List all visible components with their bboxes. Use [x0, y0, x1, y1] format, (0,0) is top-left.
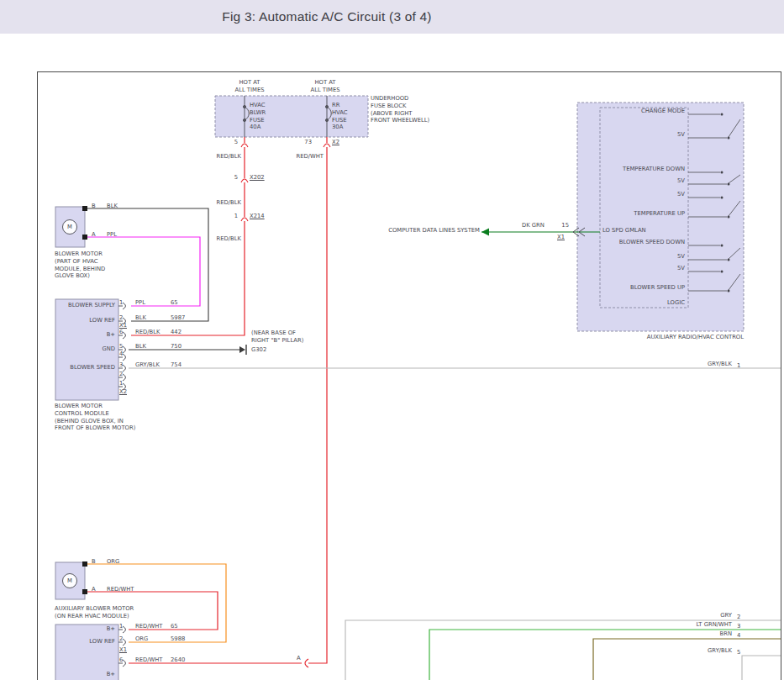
ground-id-g302: G302: [251, 346, 266, 354]
ckt-5987: 5987: [171, 314, 185, 322]
edge-pin-3: 3: [737, 623, 740, 630]
wire-gryblk: GRY/BLK: [135, 361, 160, 369]
edge-pin-4: 4: [737, 632, 740, 640]
radio-5v-5: 5V: [542, 265, 685, 272]
aux-radio-control-caption: AUXILIARY RADIO/HVAC CONTROL: [576, 334, 744, 341]
hot-at-all-times-left: HOT AT ALL TIMES: [229, 79, 270, 94]
bmcm-pin-1b: 1: [119, 380, 123, 387]
redblk-label-3: RED/BLK: [203, 235, 241, 243]
motor-m-letter: M: [65, 224, 75, 231]
bmcm-pin-5: 5: [119, 343, 123, 351]
ckt-442: 442: [171, 329, 182, 336]
rear-bplus-2: B+: [58, 671, 115, 678]
radio-blower-speed-down: BLOWER SPEED DOWN: [542, 239, 685, 246]
hot-at-all-times-right: HOT AT ALL TIMES: [305, 79, 345, 94]
motor-terminal-b-label: B: [92, 203, 96, 210]
fuse-dot: [325, 119, 328, 121]
bmcm-pin-4: 4: [119, 351, 123, 358]
data-wire-arrowhead: [481, 229, 489, 236]
gryblk-rear-wire: [742, 656, 781, 680]
figure-title: Fig 3: Automatic A/C Circuit (3 of 4): [222, 9, 431, 24]
ckt-65: 65: [171, 299, 178, 307]
wiring-svg: [38, 72, 781, 680]
radio-5v-4: 5V: [542, 253, 685, 261]
bmcm-pin-sockets: [123, 303, 126, 390]
bmcm-caption: BLOWER MOTOR CONTROL MODULE (BEHIND GLOV…: [55, 403, 135, 432]
aux-blower-motor-caption: AUXILIARY BLOWER MOTOR (ON REAR HVAC MOD…: [55, 605, 134, 620]
wiring-diagram: HOT AT ALL TIMES HOT AT ALL TIMES HVAC B…: [37, 71, 781, 680]
bmcm-blower-supply: BLOWER SUPPLY: [58, 302, 115, 309]
wire-ppl: PPL: [135, 299, 145, 307]
bmcm-pin-1: 1: [119, 299, 123, 307]
edge-pin-2: 2: [737, 614, 740, 621]
hvac-blwr-fuse-label: HVAC BLWR FUSE 40A: [250, 102, 266, 131]
bmcm-connector-x2: X2: [119, 388, 127, 396]
rear-wire-redwht-2640: RED/WHT: [135, 656, 163, 664]
rear-ckt-2640: 2640: [171, 656, 185, 664]
motor-wire-blk-label: BLK: [107, 203, 118, 210]
radio-blower-speed-up: BLOWER SPEED UP: [542, 284, 685, 292]
aux-wire-redwht-label: RED/WHT: [107, 586, 134, 593]
rear-ckt-65: 65: [171, 623, 178, 630]
wire-dkgrn-label: DK GRN: [522, 222, 545, 229]
x202-pin-5: 5: [228, 174, 238, 182]
aux-terminal-a-label: A: [92, 586, 96, 593]
edge-wire-gryblk-1: GRY/BLK: [685, 361, 732, 368]
terminal-a: [82, 235, 87, 240]
blower-motor-caption: BLOWER MOTOR (PART OF HVAC MODULE, BEHIN…: [55, 250, 105, 280]
motor-terminal-a-label: A: [92, 231, 96, 239]
aux-wire-org-label: ORG: [107, 558, 119, 566]
figure-title-bar: Fig 3: Automatic A/C Circuit (3 of 4): [0, 0, 784, 34]
rear-connector-x1: X1: [119, 646, 127, 654]
rear-ckt-5988: 5988: [171, 635, 185, 643]
radio-5v-3: 5V: [542, 191, 685, 198]
edge-wire-ltgrnwht: LT GRN/WHT: [673, 621, 732, 629]
bmcm-blower-speed: BLOWER SPEED: [58, 364, 115, 372]
page: { "title": "Fig 3: Automatic A/C Circuit…: [0, 0, 784, 680]
radio-5v-1: 5V: [542, 131, 685, 139]
ckt-750: 750: [171, 343, 182, 351]
radio-lo-spd-gmlan: LO SPD GMLAN: [602, 227, 646, 235]
redwht-label: RED/WHT: [285, 153, 324, 161]
radio-change-mode: CHANGE MODE: [542, 108, 685, 115]
ground-location-note: (NEAR BASE OF RIGHT "B" PILLAR): [251, 329, 303, 345]
fuse-pin-5: 5: [228, 139, 238, 146]
wire-redblk: RED/BLK: [135, 329, 160, 336]
rr-hvac-fuse-label: RR HVAC FUSE 30A: [332, 102, 348, 131]
rear-pin-2: 2: [119, 635, 123, 643]
motor-wire-ppl-label: PPL: [107, 231, 117, 239]
edge-wire-brn: BRN: [685, 630, 732, 638]
fuse-dot: [243, 105, 245, 108]
rear-bplus: B+: [58, 625, 115, 633]
rear-wire-org: ORG: [135, 635, 148, 643]
rear-wire-redwht-65: RED/WHT: [135, 623, 163, 630]
bmcm-pin-2: 2: [119, 314, 123, 322]
bmcm-gnd: GND: [58, 345, 115, 353]
redblk-label-2: RED/BLK: [203, 199, 241, 207]
rear-pin-6: 6: [119, 656, 123, 664]
fuse-dot: [325, 105, 328, 108]
wire-blk-750: BLK: [135, 343, 146, 351]
radio-pin-15: 15: [557, 222, 569, 229]
bmcm-bplus: B+: [58, 331, 115, 339]
bmcm-pin-6: 6: [119, 329, 123, 336]
computer-data-lines-label: COMPUTER DATA LINES SYSTEM: [377, 227, 480, 235]
bmcm-pin-3: 3: [119, 361, 123, 369]
radio-temperature-up: TEMPERATURE UP: [542, 210, 685, 218]
edge-wire-gry: GRY: [685, 612, 732, 619]
edge-wire-gryblk-5: GRY/BLK: [685, 647, 732, 655]
connector-x202-label: X202: [250, 174, 265, 182]
edge-pin-5: 5: [737, 649, 740, 656]
aux-terminal-b-label: B: [92, 558, 96, 566]
redblk-label-1: RED/BLK: [203, 153, 241, 161]
aux-terminal-b: [82, 561, 87, 567]
radio-logic-label: LOGIC: [626, 299, 685, 307]
radio-5v-2: 5V: [542, 177, 685, 185]
bmcm-pin-2b: 2: [119, 371, 123, 378]
connector-x2-label: X2: [332, 139, 339, 146]
brn-wire: [593, 639, 781, 680]
connector-x214-label: X214: [250, 213, 265, 220]
aux-motor-m-letter: M: [65, 577, 75, 585]
aux-terminal-a: [82, 589, 87, 594]
radio-temperature-down: TEMPERATURE DOWN: [542, 166, 685, 173]
